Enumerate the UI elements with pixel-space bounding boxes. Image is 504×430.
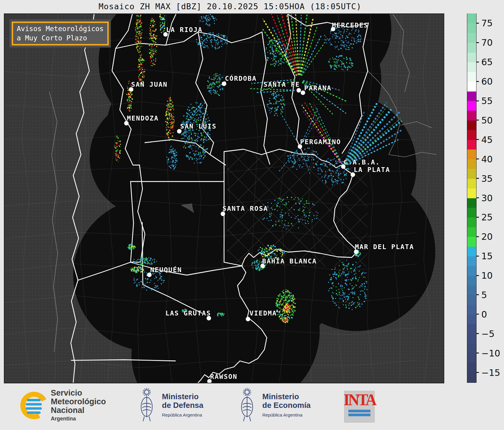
colorbar-tick xyxy=(476,120,479,121)
colorbar-segment xyxy=(467,150,476,159)
city-label: MAR DEL PLATA xyxy=(355,243,414,251)
reflectivity-colorbar xyxy=(467,13,477,383)
inta-logo: INTA xyxy=(344,391,375,423)
colorbar-segment xyxy=(467,334,476,344)
colorbar-segment xyxy=(467,169,476,179)
smn-logo-icon xyxy=(20,391,48,420)
alert-line-2: a Muy Corto Plazo xyxy=(17,33,104,43)
colorbar-segment xyxy=(467,237,476,247)
smn-logo: Servicio Meteorológico Nacional Argentin… xyxy=(20,389,106,422)
colorbar-segment xyxy=(467,353,476,363)
city-label: MERCEDES xyxy=(332,22,368,29)
colorbar-tick-label: 65 xyxy=(481,57,493,67)
ministerio-economia-logo: Ministerio de Economía República Argenti… xyxy=(235,387,311,423)
colorbar-tick xyxy=(476,353,479,353)
city-label: VIEDMA xyxy=(249,309,277,317)
colorbar-segment xyxy=(467,91,476,101)
colorbar-segment xyxy=(467,120,476,130)
colorbar-segment xyxy=(467,188,476,198)
city-label: NEUQUÉN xyxy=(150,266,182,274)
colorbar-tick xyxy=(476,62,479,62)
city-label: SANTA FE xyxy=(264,81,300,88)
colorbar-tick-label: 60 xyxy=(481,76,493,87)
colorbar-tick xyxy=(476,217,479,218)
colorbar-segment xyxy=(467,62,476,72)
city-label: PERGAMINO xyxy=(300,138,341,146)
colorbar-segment xyxy=(467,140,476,150)
colorbar-segment xyxy=(467,295,476,305)
colorbar-tick-label: 55 xyxy=(481,96,493,106)
colorbar-tick-label: −10 xyxy=(481,348,500,358)
colorbar-segment xyxy=(467,159,476,169)
colorbar-tick xyxy=(476,23,479,24)
colorbar-tick xyxy=(476,81,479,82)
colorbar-segment xyxy=(467,43,476,53)
smn-logo-text: Servicio Meteorológico Nacional Argentin… xyxy=(51,389,106,422)
city-dot xyxy=(222,82,226,86)
colorbar-tick-label: 5 xyxy=(481,289,487,300)
colorbar-tick-label: 25 xyxy=(481,212,493,222)
colorbar-segment xyxy=(467,33,476,43)
colorbar-segment xyxy=(467,324,476,334)
colorbar-segment xyxy=(467,227,476,237)
city-label: SANTA ROSA xyxy=(223,205,268,212)
colorbar-tick xyxy=(476,197,479,198)
city-label: LAS GRUTAS xyxy=(166,309,211,317)
ministerio-economia-text: Ministerio de Economía República Argenti… xyxy=(262,392,311,417)
colorbar-tick xyxy=(476,178,479,179)
colorbar-tick xyxy=(476,139,479,140)
colorbar-segment xyxy=(467,217,476,227)
colorbar-tick-label: −5 xyxy=(481,328,494,339)
colorbar-tick-label: 10 xyxy=(481,270,493,281)
colorbar-segment xyxy=(467,111,476,121)
city-dot xyxy=(221,212,225,216)
argentina-crest-icon xyxy=(235,387,259,423)
colorbar-tick-label: 0 xyxy=(481,309,487,319)
footer-logos: Servicio Meteorológico Nacional Argentin… xyxy=(0,383,504,430)
colorbar-tick xyxy=(476,314,479,315)
colorbar-segment xyxy=(467,373,476,382)
colorbar-tick xyxy=(476,42,479,43)
city-label: BAHÍA BLANCA xyxy=(262,257,317,265)
city-label: LA PLATA xyxy=(354,166,390,173)
city-dot xyxy=(297,88,301,93)
colorbar-segment xyxy=(467,101,476,111)
colorbar-segment xyxy=(467,82,476,92)
city-label: LA RIOJA xyxy=(166,26,203,33)
colorbar-tick xyxy=(476,158,479,159)
colorbar-segment xyxy=(467,130,476,140)
alert-box-frame: Avisos Meteorológicos a Muy Corto Plazo xyxy=(12,22,109,45)
colorbar-segment xyxy=(467,275,476,285)
colorbar-segment xyxy=(467,13,476,23)
colorbar-segment xyxy=(467,52,476,62)
radar-mosaic-page: Mosaico ZH MAX [dBZ] 20.10.2025 15:05HOA… xyxy=(0,0,504,430)
city-label: RAWSON xyxy=(210,373,237,380)
colorbar-segment xyxy=(467,344,476,353)
colorbar-tick-label: 30 xyxy=(481,193,493,203)
alert-box: Avisos Meteorológicos a Muy Corto Plazo xyxy=(10,19,111,48)
colorbar-segment xyxy=(467,208,476,217)
colorbar-tick xyxy=(476,294,479,295)
colorbar-segment xyxy=(467,285,476,295)
colorbar-segment xyxy=(467,266,476,276)
city-label: CÓRDOBA xyxy=(225,75,257,82)
colorbar-segment xyxy=(467,72,476,82)
radar-map: MERCEDESLA RIOJASAN JUANCÓRDOBASANTA FEP… xyxy=(4,13,444,383)
colorbar-tick-label: 35 xyxy=(481,173,493,184)
inta-bar xyxy=(348,414,370,416)
colorbar-tick xyxy=(476,100,479,101)
colorbar-tick-label: 70 xyxy=(481,37,493,48)
colorbar-tick xyxy=(476,333,479,334)
colorbar-tick xyxy=(476,256,479,257)
city-dot xyxy=(246,317,250,321)
ministerio-defensa-text: Ministerio de Defensa República Argentin… xyxy=(162,392,203,417)
argentina-crest-icon xyxy=(135,387,158,423)
alert-line-1: Avisos Meteorológicos xyxy=(17,24,104,33)
colorbar-tick-label: 40 xyxy=(481,154,493,164)
radar-echoes-canvas xyxy=(4,14,444,383)
colorbar-tick xyxy=(476,372,479,373)
colorbar-tick-label: 20 xyxy=(481,231,493,242)
colorbar-segment xyxy=(467,314,476,324)
colorbar-segment xyxy=(467,23,476,33)
colorbar-tick xyxy=(476,275,479,276)
